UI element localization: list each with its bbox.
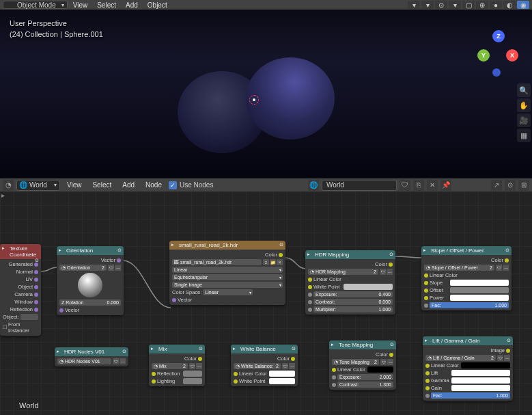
contrast-slider[interactable]: Contrast:0.000 xyxy=(313,299,393,305)
node-hdr-nodes-group[interactable]: HDR Nodes V01⊙ ◔ HDR Nodes V01🛡⋯ xyxy=(55,347,128,366)
contrast-slider[interactable]: Contrast:1.300 xyxy=(337,381,393,388)
exposure-slider[interactable]: Exposure:0.400 xyxy=(313,291,393,297)
use-nodes-checkbox[interactable]: ✓ xyxy=(169,181,177,189)
node-menu-select[interactable]: Select xyxy=(88,181,115,189)
node-tone-mapping[interactable]: Tone Mapping⊙ Color ◔ Tone Mapping2🛡⋯ Li… xyxy=(329,340,396,390)
from-instancer-label[interactable]: From Instancer xyxy=(8,321,38,334)
more-icon[interactable]: ⋯ xyxy=(503,265,509,271)
fac-slider[interactable]: Fac:1.000 xyxy=(431,392,510,399)
menu-view[interactable]: View xyxy=(69,1,92,9)
world-type-select[interactable]: 🌐 World xyxy=(16,180,60,191)
linearcolor-swatch[interactable] xyxy=(461,362,510,369)
more-icon[interactable]: ⋯ xyxy=(289,363,295,369)
node-slope-offset-power[interactable]: Slope / Offset / Power⊙ Color ◔ Slope / … xyxy=(421,246,512,310)
pan-icon[interactable]: ✋ xyxy=(517,98,531,112)
node-editor[interactable]: ▸ World Texture Coordinate⊙ Generated No… xyxy=(0,191,532,415)
axis-y-icon[interactable]: Y xyxy=(477,49,490,62)
snap-icon[interactable]: ⊙ xyxy=(505,180,516,191)
shield-icon[interactable]: 🛡 xyxy=(497,355,503,361)
more-icon[interactable]: ⋯ xyxy=(387,359,393,365)
unlink-icon[interactable]: ✕ xyxy=(277,259,283,265)
shield-icon[interactable]: 🛡 xyxy=(189,363,195,369)
shading-matprev-icon[interactable]: ◐ xyxy=(503,1,516,9)
pin-icon[interactable]: 📌 xyxy=(440,180,451,191)
node-title[interactable]: small_rural_road_2k.hdr⊙ xyxy=(169,241,285,250)
node-lift-gamma-gain[interactable]: Lift / Gamma / Gain⊙ Image ◔ Lift / Gamm… xyxy=(423,336,513,401)
menu-select[interactable]: Select xyxy=(93,1,120,9)
node-mix[interactable]: Mix⊙ Color ◔ Mix2🛡⋯ Reflection Lighting xyxy=(149,345,205,386)
gamma-swatch[interactable] xyxy=(451,377,510,384)
node-title[interactable]: Texture Coordinate⊙ xyxy=(0,244,41,259)
projection-dropdown[interactable]: Equirectangular xyxy=(172,274,283,280)
node-hdr-mapping[interactable]: HDR Mapping⊙ Color ◔ HDR Mapping2🛡⋯ Line… xyxy=(305,250,395,314)
axis-negz-icon[interactable] xyxy=(492,68,501,77)
colorspace-dropdown[interactable]: Linear xyxy=(203,289,252,295)
node-title[interactable]: Orientation⊙ xyxy=(57,246,124,255)
linearcolor-swatch[interactable] xyxy=(367,366,393,373)
lighting-swatch[interactable] xyxy=(183,378,202,384)
node-title[interactable]: White Balance⊙ xyxy=(231,345,298,353)
reflection-swatch[interactable] xyxy=(183,371,202,377)
gain-swatch[interactable] xyxy=(451,385,510,391)
group-field[interactable]: ◔ Slope / Offset / Power2 xyxy=(424,265,494,271)
viewport-3d[interactable]: User Perspective (24) Collection | Spher… xyxy=(0,10,532,178)
world-name-field[interactable]: World xyxy=(322,180,397,191)
orientation-field[interactable]: ◔ Orientation2 xyxy=(59,265,107,271)
exposure-slider[interactable]: Exposure:2.000 xyxy=(337,374,393,380)
mode-select[interactable]: Object Mode xyxy=(3,1,68,9)
shield-icon[interactable]: 🛡 xyxy=(496,265,502,271)
node-orientation[interactable]: Orientation⊙ Vector ◔ Orientation2🛡⋯ Z R… xyxy=(57,246,124,315)
world-browse-icon[interactable]: 🌐 xyxy=(308,180,319,191)
more-icon[interactable]: ⋯ xyxy=(120,358,126,364)
node-environment-texture[interactable]: small_rural_road_2k.hdr⊙ Color 🖼 small_r… xyxy=(169,241,285,305)
offset-swatch[interactable] xyxy=(450,287,509,293)
gizmo-dropdown-icon[interactable]: ⊙ xyxy=(435,1,447,9)
node-texture-coordinate[interactable]: Texture Coordinate⊙ Generated Normal UV … xyxy=(0,244,41,336)
group-field[interactable]: ◔ White Balance:2 xyxy=(234,363,281,369)
nav-gizmo[interactable]: Z X Y xyxy=(477,30,518,71)
node-menu-node[interactable]: Node xyxy=(141,181,166,189)
linearcolor-swatch[interactable] xyxy=(269,371,295,377)
node-menu-view[interactable]: View xyxy=(63,181,86,189)
more-icon[interactable]: ⋯ xyxy=(387,269,393,275)
slope-swatch[interactable] xyxy=(450,280,509,286)
node-white-balance[interactable]: White Balance⊙ Color ◔ White Balance:2🛡⋯… xyxy=(231,345,298,386)
image-name-field[interactable]: 🖼 small_rural_road_2k.hdr xyxy=(172,259,262,265)
fake-user-icon[interactable]: 🛡 xyxy=(400,180,410,191)
more-icon[interactable]: ⋯ xyxy=(504,355,510,361)
power-swatch[interactable] xyxy=(450,295,509,301)
whitepoint-swatch[interactable] xyxy=(269,378,295,384)
axis-x-icon[interactable]: X xyxy=(506,49,518,62)
menu-object[interactable]: Object xyxy=(143,1,171,9)
grid-icon[interactable]: ▦ xyxy=(517,129,531,142)
open-icon[interactable]: 📁 xyxy=(270,259,276,265)
multiplier-slider[interactable]: Multiplier:1.000 xyxy=(313,306,393,312)
camera-icon[interactable]: 🎥 xyxy=(517,113,531,127)
z-rotation-slider[interactable]: Z Rotation0.000 xyxy=(59,299,121,306)
zoom-icon[interactable]: 🔍 xyxy=(517,83,531,97)
node-title[interactable]: HDR Nodes V01⊙ xyxy=(55,347,128,356)
shield-icon[interactable]: 🛡 xyxy=(113,358,119,364)
node-title[interactable]: Tone Mapping⊙ xyxy=(329,340,396,349)
overlay-toggle-icon[interactable]: ▾ xyxy=(421,1,434,9)
object-field[interactable] xyxy=(20,314,38,320)
node-title[interactable]: Mix⊙ xyxy=(149,345,205,353)
interpolation-dropdown[interactable]: Linear xyxy=(172,267,283,273)
source-dropdown[interactable]: Single Image xyxy=(172,282,283,288)
fake-user-icon[interactable]: 🛡 xyxy=(108,265,114,271)
group-field[interactable]: ◔ Lift / Gamma / Gain2 xyxy=(425,355,496,361)
group-field[interactable]: ◔ Tone Mapping2 xyxy=(332,359,379,365)
axis-z-icon[interactable]: Z xyxy=(492,30,505,42)
new-icon[interactable]: ⎘ xyxy=(413,180,424,191)
shading-solid-icon[interactable]: ● xyxy=(490,1,502,9)
group-field[interactable]: ◔ Mix2 xyxy=(152,363,188,369)
node-title[interactable]: Lift / Gamma / Gain⊙ xyxy=(423,336,513,345)
parent-icon[interactable]: ↗ xyxy=(491,180,502,191)
white-point-swatch[interactable] xyxy=(344,284,393,290)
xray-icon[interactable]: ▢ xyxy=(462,1,475,9)
shading-rendered-icon[interactable]: ◉ xyxy=(517,1,529,9)
group-field[interactable]: ◔ HDR Mapping2 xyxy=(308,269,378,275)
shield-icon[interactable]: 🛡 xyxy=(282,363,288,369)
lift-swatch[interactable] xyxy=(451,370,510,376)
users-icon[interactable]: 2 xyxy=(263,259,269,265)
